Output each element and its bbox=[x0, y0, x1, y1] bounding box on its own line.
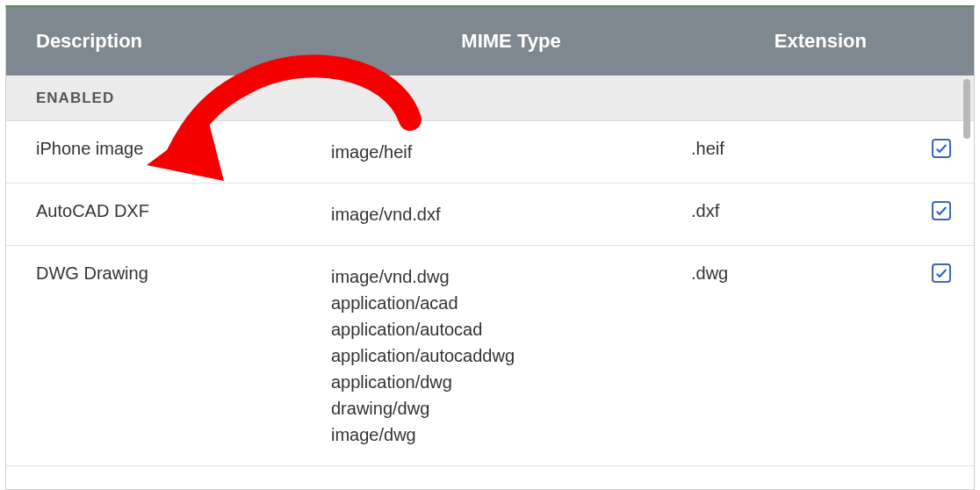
table-row: AutoCAD DXF image/vnd.dxf .dxf bbox=[6, 184, 974, 246]
enable-checkbox[interactable] bbox=[932, 201, 951, 220]
row-extension: .dxf bbox=[691, 201, 867, 227]
scrollbar-thumb[interactable] bbox=[963, 79, 970, 139]
row-extension: .dwg bbox=[691, 263, 867, 448]
table-row: DWG Drawing image/vnd.dwg application/ac… bbox=[6, 246, 974, 466]
table-header: Description MIME Type Extension bbox=[6, 7, 974, 76]
row-description: AutoCAD DXF bbox=[6, 201, 331, 227]
enable-checkbox[interactable] bbox=[932, 139, 951, 158]
header-description: Description bbox=[6, 30, 331, 53]
table-row: iPhone image image/heif .heif bbox=[6, 121, 974, 184]
row-extension: .heif bbox=[691, 139, 867, 165]
header-extension: Extension bbox=[691, 30, 867, 53]
row-mime: image/vnd.dxf bbox=[331, 201, 691, 227]
row-mime: image/heif bbox=[331, 139, 691, 165]
header-mime: MIME Type bbox=[331, 30, 691, 53]
enable-checkbox[interactable] bbox=[932, 263, 951, 283]
group-enabled: ENABLED bbox=[6, 76, 974, 121]
check-icon bbox=[934, 141, 948, 155]
row-description: DWG Drawing bbox=[6, 263, 331, 448]
mime-types-table: Description MIME Type Extension ENABLED … bbox=[6, 7, 974, 489]
check-icon bbox=[934, 204, 948, 218]
row-description: iPhone image bbox=[6, 139, 331, 165]
check-icon bbox=[934, 266, 948, 280]
row-mime: image/vnd.dwg application/acad applicati… bbox=[331, 263, 691, 448]
group-label: ENABLED bbox=[36, 90, 114, 107]
